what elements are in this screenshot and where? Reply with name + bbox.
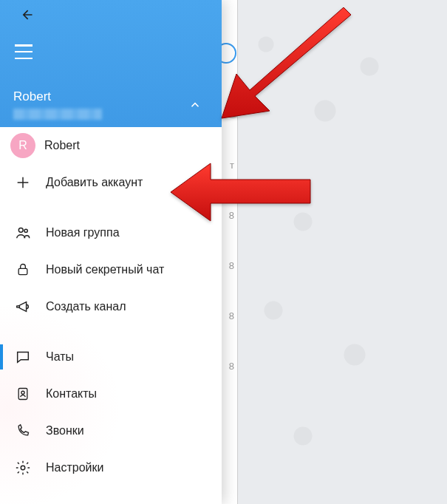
menu-contacts[interactable]: Контакты xyxy=(0,375,222,412)
peek-text: 8 xyxy=(222,341,237,392)
drawer-header: Robert xyxy=(0,0,222,127)
avatar-placeholder xyxy=(225,102,241,118)
chat-list-peek: т 8 8 8 8 xyxy=(222,0,238,504)
megaphone-icon xyxy=(13,297,33,316)
menu-label: Чаты xyxy=(46,350,74,364)
profile-name: Robert xyxy=(13,89,210,104)
peek-text: 8 xyxy=(222,191,237,241)
menu-new-secret-chat[interactable]: Новый секретный чат xyxy=(0,251,222,288)
arrow-left-icon xyxy=(19,7,34,22)
menu-chats[interactable]: Чаты xyxy=(0,338,222,375)
back-button[interactable] xyxy=(16,4,37,25)
svg-point-5 xyxy=(21,466,25,470)
svg-point-0 xyxy=(18,228,23,232)
accounts-toggle-button[interactable] xyxy=(183,93,207,117)
peek-text: 8 xyxy=(222,241,237,291)
phone-icon xyxy=(13,421,33,440)
menu-label: Звонки xyxy=(46,424,84,437)
menu-label: Создать канал xyxy=(46,300,126,313)
main-drawer: Robert R Robert Добавить аккаунт xyxy=(0,0,222,504)
peek-text: т xyxy=(222,140,237,191)
drawer-body: R Robert Добавить аккаунт Новая группа xyxy=(0,127,222,504)
peek-text: 8 xyxy=(222,291,237,341)
menu-calls[interactable]: Звонки xyxy=(0,412,222,449)
gear-icon xyxy=(13,458,33,477)
account-item-current[interactable]: R Robert xyxy=(0,127,222,164)
menu-new-group[interactable]: Новая группа xyxy=(0,214,222,251)
svg-rect-2 xyxy=(18,268,27,274)
chat-background xyxy=(236,0,447,504)
svg-point-1 xyxy=(24,229,27,232)
lock-icon xyxy=(13,260,33,279)
profile-phone-blurred xyxy=(13,109,102,120)
menu-create-channel[interactable]: Создать канал xyxy=(0,288,222,325)
menu-settings[interactable]: Настройки xyxy=(0,449,222,486)
menu-label: Настройки xyxy=(46,461,103,474)
menu-label: Новый секретный чат xyxy=(46,263,164,276)
hamburger-menu-button[interactable] xyxy=(15,44,35,59)
svg-point-4 xyxy=(21,391,24,394)
add-account-label: Добавить аккаунт xyxy=(46,176,143,189)
menu-label: Контакты xyxy=(46,387,97,401)
chevron-up-icon xyxy=(188,98,202,112)
menu-label: Новая группа xyxy=(46,226,120,239)
account-name: Robert xyxy=(44,139,80,152)
chat-icon xyxy=(13,347,33,367)
group-icon xyxy=(13,223,33,242)
profile-block: Robert xyxy=(13,89,210,120)
contacts-icon xyxy=(13,384,33,403)
avatar: R xyxy=(10,133,35,158)
plus-icon xyxy=(13,173,33,192)
section-divider xyxy=(0,325,222,338)
section-divider xyxy=(0,201,222,214)
app-root: т 8 8 8 8 Robert R Ro xyxy=(0,0,447,504)
add-account-button[interactable]: Добавить аккаунт xyxy=(0,164,222,201)
